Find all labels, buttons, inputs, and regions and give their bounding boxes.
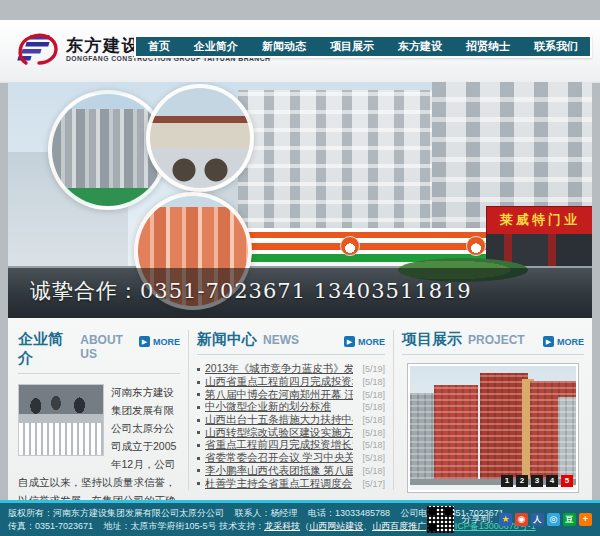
news-list-item: 山西省重点工程前四月完成投资增长逾九成[5/18] (197, 376, 385, 389)
douban-icon[interactable]: 豆 (563, 513, 576, 526)
bullet-icon (197, 419, 200, 422)
logo-icon (14, 30, 60, 68)
project-section: 项目展示 PROJECT ▶ MORE 1 2 3 4 5 (402, 318, 584, 500)
project-building (480, 373, 528, 485)
slider-page-4[interactable]: 4 (546, 475, 558, 487)
slider-page-1[interactable]: 1 (501, 475, 513, 487)
news-date: [5/18] (362, 390, 385, 400)
footer-paren: （ (300, 521, 309, 531)
banner-slogan: 诚挚合作：0351-7023671 13403511819 (30, 277, 472, 305)
nav-item-dongfang[interactable]: 东方建设 (386, 37, 454, 56)
news-list-item: 省委常委会召开会议 学习中央关于在全党深[5/18] (197, 452, 385, 465)
share-bar: 分享到: ★ ◉ 人 ◎ 豆 + (462, 513, 592, 526)
hero-banner: 莱威特门业 诚挚合作：0351-7023671 13403511819 (8, 82, 592, 318)
more-arrow-icon: ▶ (139, 336, 150, 347)
footer-text: 版权所有：河南东方建设集团发展有限公司太原分公司 联系人：杨经理 电话：1303… (8, 507, 536, 533)
footer-fax: 传真：0351-7023671 (8, 521, 93, 531)
tencent-weibo-icon[interactable]: ◎ (547, 513, 560, 526)
news-date: [5/18] (362, 466, 385, 476)
news-list-item: 第八届中博会在河南郑州开幕 汪洋视察山西[5/18] (197, 388, 385, 401)
column-divider (188, 330, 189, 490)
column-divider (393, 330, 394, 490)
slider-pagination: 1 2 3 4 5 (501, 475, 573, 487)
site-footer: 版权所有：河南东方建设集团发展有限公司太原分公司 联系人：杨经理 电话：1303… (0, 500, 600, 536)
site-header: 东方建设集团太原分公司 DONGFANG CONSTRUCTION GROUP … (0, 20, 600, 83)
share-label: 分享到: (462, 513, 493, 526)
footer-contact-person: 联系人：杨经理 (235, 508, 298, 518)
bullet-icon (197, 406, 200, 409)
news-date: [5/18] (362, 415, 385, 425)
news-list-item: 李小鹏率山西代表团抵豫 第八届中博会我省[5/18] (197, 465, 385, 478)
more-label: MORE (557, 337, 584, 347)
nav-item-home[interactable]: 首页 (136, 37, 182, 56)
project-slider[interactable]: 1 2 3 4 5 (407, 363, 579, 493)
news-date: [5/19] (362, 364, 385, 374)
qzone-icon[interactable]: ★ (499, 513, 512, 526)
nav-item-projects[interactable]: 项目展示 (318, 37, 386, 56)
footer-link-sx-baidu[interactable]: 山西百度推广 (372, 521, 426, 531)
news-section: 新闻中心 NEWS ▶ MORE 2013年《城市竞争力蓝皮书》发布会[5/19… (197, 318, 385, 500)
project-building (434, 385, 478, 485)
news-date: [5/18] (362, 453, 385, 463)
about-section: 企业简介 ABOUT US ▶ MORE 河南东方建设集团发展有限公司太原分公司… (18, 318, 180, 500)
main-content: 企业简介 ABOUT US ▶ MORE 河南东方建设集团发展有限公司太原分公司… (8, 318, 592, 500)
about-header: 企业简介 ABOUT US ▶ MORE (18, 330, 180, 374)
qr-code (427, 506, 454, 533)
slider-page-2[interactable]: 2 (516, 475, 528, 487)
news-list-item: 杜善学主持全省重点工程调度会[5/17] (197, 477, 385, 490)
news-date: [5/17] (362, 479, 385, 489)
slider-page-5-active[interactable]: 5 (561, 475, 573, 487)
sina-weibo-icon[interactable]: ◉ (515, 513, 528, 526)
footer-phone: 电话：13033485788 (308, 508, 390, 518)
project-header: 项目展示 PROJECT ▶ MORE (402, 330, 584, 355)
news-date: [5/18] (362, 428, 385, 438)
news-date: [5/18] (362, 402, 385, 412)
news-header: 新闻中心 NEWS ▶ MORE (197, 330, 385, 355)
more-label: MORE (153, 337, 180, 347)
news-list: 2013年《城市竞争力蓝皮书》发布会[5/19] 山西省重点工程前四月完成投资增… (197, 363, 385, 490)
news-list-item: 2013年《城市竞争力蓝皮书》发布会[5/19] (197, 363, 385, 376)
project-more-button[interactable]: ▶ MORE (543, 336, 584, 347)
main-nav: 首页 企业简介 新闻动态 项目展示 东方建设 招贤纳士 联系我们 (134, 35, 592, 58)
nav-item-jobs[interactable]: 招贤纳士 (454, 37, 522, 56)
news-title-en: NEWS (263, 333, 299, 347)
banner-residential-building (238, 90, 438, 240)
news-more-button[interactable]: ▶ MORE (344, 336, 385, 347)
news-list-item: 山西出台十五条措施大力扶持中小微企业发展[5/18] (197, 414, 385, 427)
about-title-cn: 企业简介 (18, 330, 74, 368)
bullet-icon (197, 444, 200, 447)
footer-copyright: 版权所有：河南东方建设集团发展有限公司太原分公司 (8, 508, 224, 518)
store-logo-icon (466, 236, 486, 256)
share-more-icon[interactable]: + (579, 513, 592, 526)
footer-link-sx-web[interactable]: 山西网站建设 (309, 521, 363, 531)
bullet-icon (197, 469, 200, 472)
renren-icon[interactable]: 人 (531, 513, 544, 526)
footer-support-link[interactable]: 龙采科技 (264, 521, 300, 531)
news-date: [5/18] (362, 377, 385, 387)
slider-page-3[interactable]: 3 (531, 475, 543, 487)
banner-shop-sign: 莱威特门业 (486, 206, 592, 235)
nav-item-contact[interactable]: 联系我们 (522, 37, 590, 56)
footer-separator: 、 (363, 521, 372, 531)
bullet-icon (197, 431, 200, 434)
project-building (558, 397, 576, 485)
about-title-en: ABOUT US (80, 333, 139, 361)
bullet-icon (197, 393, 200, 396)
news-list-item: 中小微型企业新的划分标准[5/18] (197, 401, 385, 414)
news-list-item: 山西转型综改试验区建设实施方案和行动计划[5/18] (197, 426, 385, 439)
news-link[interactable]: 杜善学主持全省重点工程调度会 (205, 477, 352, 491)
banner-circle-photo-2 (146, 84, 254, 192)
about-photo (18, 384, 104, 456)
more-arrow-icon: ▶ (344, 336, 355, 347)
nav-bar: 首页 企业简介 新闻动态 项目展示 东方建设 招贤纳士 联系我们 (136, 37, 590, 56)
store-logo-icon (340, 236, 360, 256)
bullet-icon (197, 368, 200, 371)
project-title-cn: 项目展示 (402, 330, 462, 349)
project-title-en: PROJECT (468, 333, 525, 347)
bullet-icon (197, 457, 200, 460)
about-more-button[interactable]: ▶ MORE (139, 336, 180, 347)
nav-item-about[interactable]: 企业简介 (182, 37, 250, 56)
bullet-icon (197, 482, 200, 485)
more-label: MORE (358, 337, 385, 347)
nav-item-news[interactable]: 新闻动态 (250, 37, 318, 56)
